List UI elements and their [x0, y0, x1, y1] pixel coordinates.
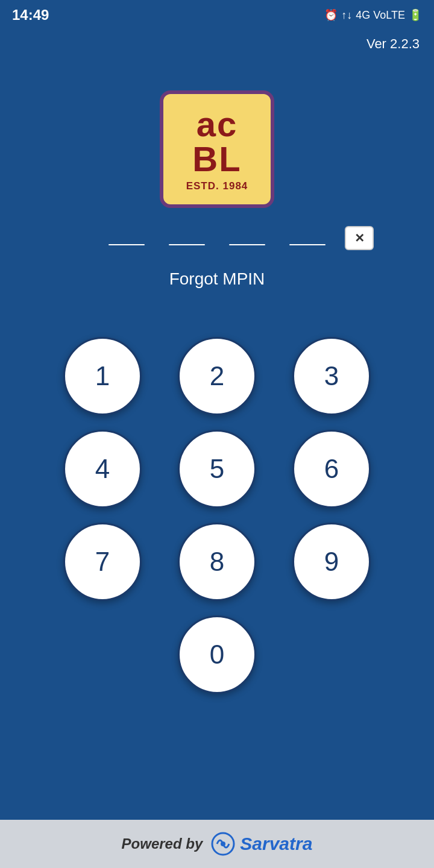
- pin-slot-4: [289, 244, 326, 245]
- key-2[interactable]: 2: [178, 337, 256, 415]
- status-icons: ⏰ ↑↓ 4G VoLTE 🔋: [324, 8, 422, 22]
- pin-slot-1: [108, 244, 145, 245]
- status-time: 14:49: [12, 7, 49, 24]
- app-logo: ac BL ESTD. 1984: [160, 90, 274, 208]
- key-5[interactable]: 5: [178, 430, 256, 508]
- version-label: Ver 2.2.3: [366, 36, 420, 52]
- key-1[interactable]: 1: [63, 337, 142, 415]
- numpad-row-2: 4 5 6: [63, 430, 371, 508]
- clear-icon: ✕: [354, 231, 365, 245]
- signal-icon: ↑↓: [341, 9, 352, 22]
- pin-slot-2: [169, 244, 205, 245]
- logo-bl: BL: [192, 139, 241, 178]
- logo-ac: ac: [197, 104, 238, 143]
- sarvatra-text: Sarvatra: [240, 834, 312, 854]
- numpad-row-1: 1 2 3: [63, 337, 371, 415]
- key-0[interactable]: 0: [178, 615, 256, 694]
- forgot-mpin-link[interactable]: Forgot MPIN: [0, 269, 434, 289]
- numpad-row-4: 0: [178, 615, 256, 694]
- key-3[interactable]: 3: [292, 337, 371, 415]
- numpad-row-3: 7 8 9: [63, 523, 371, 601]
- logo-estd: ESTD. 1984: [186, 180, 248, 192]
- battery-icon: 🔋: [409, 8, 422, 22]
- powered-by-text: Powered by: [122, 835, 203, 852]
- key-7[interactable]: 7: [63, 523, 142, 601]
- alarm-icon: ⏰: [324, 8, 338, 22]
- footer: Powered by Sarvatra: [0, 820, 434, 868]
- pin-area: ✕: [0, 244, 434, 245]
- sarvatra-icon: [211, 832, 235, 856]
- key-4[interactable]: 4: [63, 430, 142, 508]
- network-text: 4G VoLTE: [356, 9, 405, 22]
- clear-button[interactable]: ✕: [345, 226, 374, 250]
- sarvatra-logo: Sarvatra: [211, 832, 312, 856]
- status-bar: 14:49 ⏰ ↑↓ 4G VoLTE 🔋: [0, 0, 434, 30]
- key-9[interactable]: 9: [292, 523, 371, 601]
- key-8[interactable]: 8: [178, 523, 256, 601]
- svg-point-1: [221, 841, 225, 846]
- numpad: 1 2 3 4 5 6 7 8 9 0: [0, 337, 434, 694]
- logo-letters-top: ac: [197, 107, 238, 142]
- logo-letters-bottom: BL: [192, 142, 241, 177]
- pin-dots: [108, 244, 326, 245]
- logo-container: ac BL ESTD. 1984: [0, 90, 434, 208]
- key-6[interactable]: 6: [292, 430, 371, 508]
- pin-slot-3: [229, 244, 265, 245]
